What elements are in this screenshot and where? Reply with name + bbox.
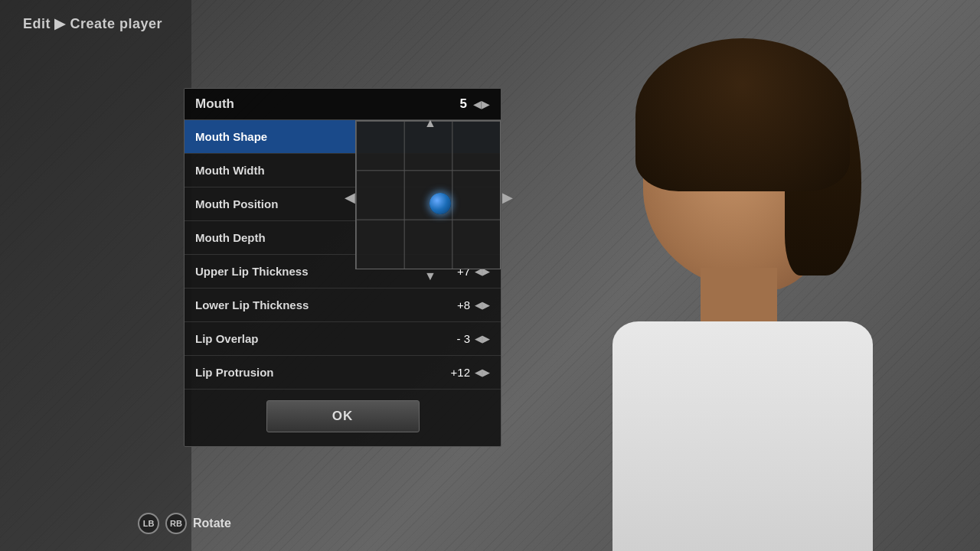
lb-label: LB: [143, 519, 155, 528]
rb-label: RB: [170, 519, 182, 528]
lip-overlap-label: Lip Overlap: [195, 332, 456, 345]
ok-button-wrap: OK: [185, 390, 501, 446]
row-lip-overlap[interactable]: Lip Overlap - 3 ◀▶: [185, 322, 501, 356]
grid-arrow-left[interactable]: ◀: [345, 189, 355, 206]
lower-lip-thickness-value: +8: [457, 298, 470, 311]
character-figure: [582, 31, 903, 528]
lower-lip-thickness-arrows[interactable]: ◀▶: [475, 299, 490, 311]
lip-protrusion-arrows[interactable]: ◀▶: [475, 367, 490, 378]
character-body: [612, 321, 873, 551]
dialog-header-value: 5: [460, 96, 467, 112]
dialog-header-label: Mouth: [195, 96, 460, 112]
row-lip-protrusion[interactable]: Lip Protrusion +12 ◀▶: [185, 356, 501, 390]
breadcrumb: Edit ▶ Create player: [23, 15, 162, 32]
mouth-shape-grid[interactable]: [355, 120, 501, 269]
rb-button[interactable]: RB: [165, 513, 187, 534]
left-panel: [0, 0, 191, 551]
grid-inner: [356, 121, 500, 269]
lip-overlap-value: - 3: [456, 332, 470, 345]
lower-lip-thickness-label: Lower Lip Thickness: [195, 298, 457, 311]
row-lower-lip-thickness[interactable]: Lower Lip Thickness +8 ◀▶: [185, 289, 501, 322]
grid-selector-dot[interactable]: [430, 193, 451, 214]
grid-arrow-up[interactable]: ▲: [424, 116, 436, 130]
bottom-controls: LB RB Rotate: [138, 513, 231, 534]
lip-overlap-arrows[interactable]: ◀▶: [475, 333, 490, 344]
grid-arrow-right[interactable]: ▶: [502, 189, 513, 206]
lip-protrusion-label: Lip Protrusion: [195, 366, 451, 379]
character-hair: [635, 38, 850, 191]
lb-button[interactable]: LB: [138, 513, 159, 534]
header-arrows[interactable]: ◀▶: [473, 98, 490, 110]
lip-protrusion-value: +12: [451, 366, 470, 379]
grid-arrow-down[interactable]: ▼: [424, 269, 436, 283]
ok-button[interactable]: OK: [266, 400, 420, 432]
rotate-label: Rotate: [193, 517, 231, 530]
dialog-header: Mouth 5 ◀▶: [185, 89, 501, 120]
